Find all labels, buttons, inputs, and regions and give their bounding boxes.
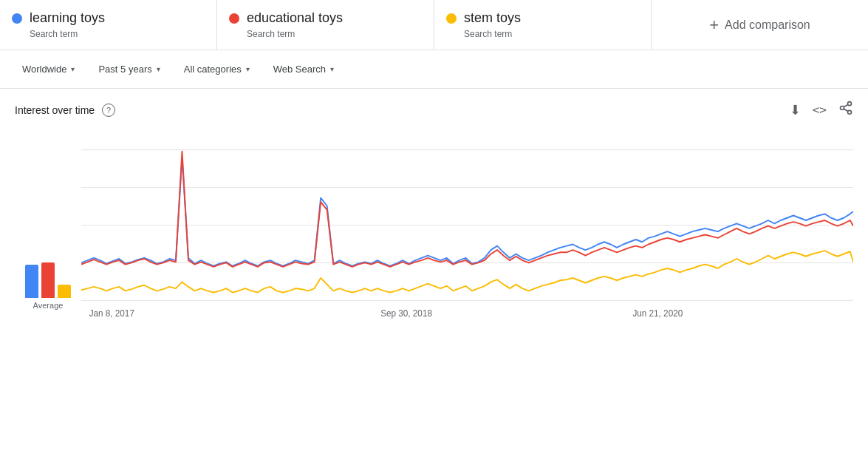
stem-toys-dot xyxy=(446,13,457,24)
search-term-stem-toys[interactable]: stem toys Search term xyxy=(434,0,652,50)
chart-body: Average 100 75 50 25 xyxy=(15,134,853,326)
search-type-label: Web Search xyxy=(273,64,326,75)
chart-header: Interest over time ? ⬇ <> xyxy=(15,101,853,119)
search-type-filter[interactable]: Web Search ▾ xyxy=(263,58,344,81)
search-terms-bar: learning toys Search term educational to… xyxy=(0,0,868,50)
time-filter[interactable]: Past 5 years ▾ xyxy=(88,58,170,81)
help-icon[interactable]: ? xyxy=(102,104,115,117)
svg-text:Jun 21, 2020: Jun 21, 2020 xyxy=(632,308,683,319)
educational-toys-dot xyxy=(229,13,239,24)
educational-toys-label: educational toys xyxy=(247,10,343,26)
add-comparison-button[interactable]: + Add comparison xyxy=(652,0,868,50)
category-chevron-icon: ▾ xyxy=(246,65,250,73)
stem-toys-subtitle: Search term xyxy=(464,29,639,39)
average-label: Average xyxy=(33,301,64,310)
region-filter[interactable]: Worldwide ▾ xyxy=(12,58,85,81)
avg-bar-blue xyxy=(25,265,38,298)
add-comparison-label: Add comparison xyxy=(725,18,810,32)
chart-actions: ⬇ <> xyxy=(790,101,853,119)
main-chart-area: 100 75 50 25 Jan 8, 2017 Sep 30, 2018 Ju… xyxy=(81,134,853,326)
search-term-educational-toys[interactable]: educational toys Search term xyxy=(217,0,434,50)
region-chevron-icon: ▾ xyxy=(71,65,75,73)
educational-toys-subtitle: Search term xyxy=(247,29,422,39)
plus-icon: + xyxy=(709,16,719,35)
region-label: Worldwide xyxy=(22,64,66,75)
share-icon[interactable] xyxy=(838,101,853,119)
category-label: All categories xyxy=(184,64,242,75)
stem-toys-label: stem toys xyxy=(464,10,521,26)
svg-line-4 xyxy=(844,104,848,106)
avg-bar-yellow xyxy=(58,285,71,298)
avg-bar-red xyxy=(41,262,55,298)
search-type-chevron-icon: ▾ xyxy=(330,65,334,73)
embed-icon[interactable]: <> xyxy=(813,103,827,117)
category-filter[interactable]: All categories ▾ xyxy=(174,58,260,81)
svg-point-2 xyxy=(848,110,852,114)
time-label: Past 5 years xyxy=(98,64,151,75)
average-bars xyxy=(25,254,71,298)
svg-point-0 xyxy=(848,102,852,106)
chart-title: Interest over time xyxy=(15,104,95,116)
time-chevron-icon: ▾ xyxy=(157,65,160,73)
learning-toys-subtitle: Search term xyxy=(30,29,205,39)
svg-text:Jan 8, 2017: Jan 8, 2017 xyxy=(89,308,134,319)
chart-section: Interest over time ? ⬇ <> xyxy=(0,89,868,341)
learning-toys-label: learning toys xyxy=(30,10,105,26)
chart-title-area: Interest over time ? xyxy=(15,104,115,117)
svg-point-1 xyxy=(841,106,844,110)
svg-text:Sep 30, 2018: Sep 30, 2018 xyxy=(380,308,432,319)
filters-bar: Worldwide ▾ Past 5 years ▾ All categorie… xyxy=(0,50,868,89)
download-icon[interactable]: ⬇ xyxy=(790,102,801,118)
search-term-learning-toys[interactable]: learning toys Search term xyxy=(0,0,217,50)
learning-toys-dot xyxy=(12,13,22,24)
chart-svg: 100 75 50 25 Jan 8, 2017 Sep 30, 2018 Ju… xyxy=(81,134,853,326)
svg-line-3 xyxy=(844,109,848,111)
average-section: Average xyxy=(15,134,81,326)
